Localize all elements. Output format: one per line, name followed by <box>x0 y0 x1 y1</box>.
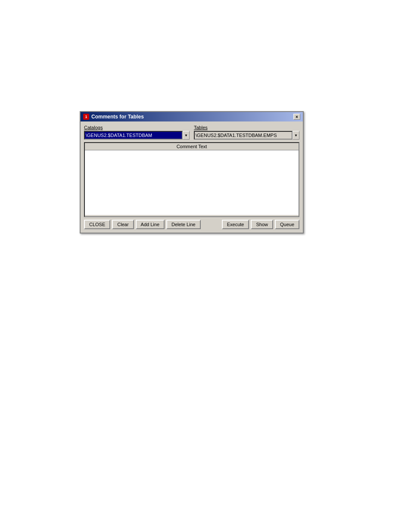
delete-line-button[interactable]: Delete Line <box>166 220 201 229</box>
dialog-body: Catalogs ▼ Tables ▼ Comment Text CLOSE <box>81 121 303 233</box>
title-bar-left: 1 Comments for Tables <box>83 114 144 120</box>
comment-textarea[interactable] <box>85 150 299 215</box>
buttons-row: CLOSE Clear Add Line Delete Line Execute… <box>84 220 299 229</box>
clear-button[interactable]: Clear <box>112 220 134 229</box>
title-bar: 1 Comments for Tables × <box>81 112 303 121</box>
queue-button[interactable]: Queue <box>275 220 299 229</box>
comments-for-tables-dialog: 1 Comments for Tables × Catalogs ▼ Table… <box>80 111 304 233</box>
catalogs-dropdown-wrapper: ▼ <box>84 131 190 140</box>
tables-field-group: Tables ▼ <box>194 125 299 140</box>
tables-dropdown-button[interactable]: ▼ <box>293 131 299 140</box>
tables-input[interactable] <box>194 131 293 140</box>
show-button[interactable]: Show <box>251 220 273 229</box>
comment-area: Comment Text <box>84 142 299 217</box>
catalogs-label: Catalogs <box>84 125 190 130</box>
add-line-button[interactable]: Add Line <box>136 220 165 229</box>
catalogs-dropdown-button[interactable]: ▼ <box>183 131 190 140</box>
catalogs-field-group: Catalogs ▼ <box>84 125 190 140</box>
catalogs-input[interactable] <box>84 131 183 140</box>
comment-column-header: Comment Text <box>85 143 299 150</box>
dialog-title: Comments for Tables <box>91 114 144 120</box>
window-close-button[interactable]: × <box>293 114 300 120</box>
execute-button[interactable]: Execute <box>222 220 249 229</box>
tables-label: Tables <box>194 125 299 130</box>
app-icon: 1 <box>83 114 89 120</box>
dropdowns-row: Catalogs ▼ Tables ▼ <box>84 125 299 140</box>
close-button[interactable]: CLOSE <box>84 220 110 229</box>
tables-dropdown-wrapper: ▼ <box>194 131 299 140</box>
